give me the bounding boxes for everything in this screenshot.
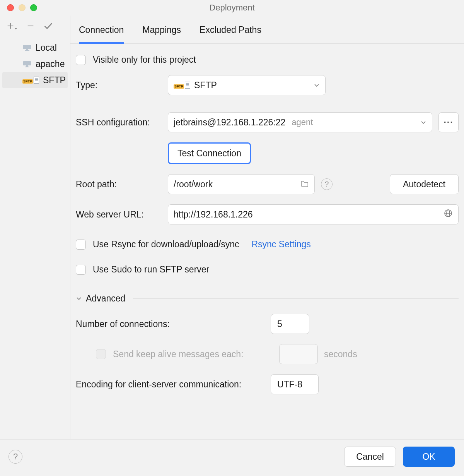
web-url-input[interactable]: http://192.168.1.226 [168, 204, 459, 224]
chevron-down-icon [314, 82, 320, 88]
remove-server-button[interactable] [26, 22, 35, 30]
use-sudo-label: Use Sudo to run SFTP server [93, 264, 209, 275]
svg-rect-4 [26, 49, 28, 50]
sidebar-item-label: SFTP [43, 75, 66, 86]
rsync-settings-link[interactable]: Rsync Settings [251, 239, 310, 250]
type-label: Type: [76, 80, 162, 91]
num-connections-label: Number of connections: [76, 319, 264, 329]
set-default-button[interactable] [43, 21, 53, 31]
sftp-icon: SFTP [174, 82, 190, 89]
ssh-config-label: SSH configuration: [76, 117, 162, 128]
encoding-label: Encoding for client-server communication… [76, 379, 264, 390]
tab-excluded-paths[interactable]: Excluded Paths [200, 25, 261, 43]
svg-rect-8 [25, 67, 29, 67]
ok-button[interactable]: OK [403, 447, 455, 467]
root-path-input[interactable]: /root/work [168, 174, 315, 194]
web-url-label: Web server URL: [76, 209, 162, 220]
num-connections-value: 5 [277, 319, 282, 329]
svg-rect-3 [23, 45, 31, 49]
svg-rect-7 [26, 65, 28, 67]
tab-mappings[interactable]: Mappings [142, 25, 181, 43]
advanced-section-label[interactable]: Advanced [86, 293, 125, 304]
sidebar-item-label: Local [36, 43, 57, 53]
titlebar: Deployment [0, 0, 464, 15]
ssh-config-value: jetbrains@192.168.1.226:22 [174, 117, 285, 128]
add-server-button[interactable] [6, 21, 18, 31]
chevron-down-icon [420, 119, 426, 125]
root-path-help-icon[interactable]: ? [321, 178, 333, 190]
sftp-icon: SFTP [22, 77, 39, 84]
type-select[interactable]: SFTP SFTP [168, 75, 326, 95]
ssh-config-select[interactable]: jetbrains@192.168.1.226:22 agent [168, 112, 432, 132]
sidebar-item-apache[interactable]: apache [0, 56, 70, 72]
use-rsync-label: Use Rsync for download/upload/sync [93, 239, 239, 250]
server-icon [22, 60, 32, 68]
encoding-input[interactable]: UTF-8 [271, 374, 319, 394]
root-path-label: Root path: [76, 179, 162, 190]
server-icon [22, 44, 32, 51]
keepalive-input [279, 344, 318, 364]
sidebar-item-label: apache [36, 59, 65, 69]
root-path-value: /root/work [174, 179, 213, 190]
ssh-config-suffix: agent [292, 117, 313, 127]
keepalive-checkbox [96, 349, 106, 359]
test-connection-button[interactable]: Test Connection [168, 142, 251, 164]
ssh-config-browse-button[interactable]: ··· [438, 112, 459, 132]
web-url-value: http://192.168.1.226 [174, 209, 253, 220]
sidebar-item-sftp[interactable]: SFTP SFTP [2, 72, 68, 88]
keepalive-unit: seconds [324, 349, 357, 360]
cancel-button[interactable]: Cancel [344, 447, 396, 467]
sidebar-item-local[interactable]: Local [0, 39, 70, 56]
num-connections-input[interactable]: 5 [271, 314, 309, 334]
folder-icon[interactable] [300, 179, 309, 190]
advanced-chevron-icon[interactable] [76, 293, 82, 304]
help-button[interactable]: ? [9, 450, 22, 464]
visible-only-checkbox[interactable] [76, 55, 86, 65]
use-sudo-checkbox[interactable] [76, 265, 86, 275]
visible-only-label: Visible only for this project [93, 55, 196, 65]
encoding-value: UTF-8 [277, 379, 302, 390]
autodetect-button[interactable]: Autodetect [390, 174, 459, 194]
keepalive-label: Send keep alive messages each: [113, 349, 273, 360]
svg-rect-6 [23, 61, 31, 65]
svg-rect-5 [25, 50, 29, 51]
globe-icon[interactable] [444, 209, 453, 220]
use-rsync-checkbox[interactable] [76, 240, 86, 250]
tab-connection[interactable]: Connection [79, 25, 124, 44]
type-value: SFTP [194, 80, 217, 91]
sidebar: Local apache SFTP SFTP [0, 15, 70, 439]
window-title: Deployment [0, 3, 464, 13]
